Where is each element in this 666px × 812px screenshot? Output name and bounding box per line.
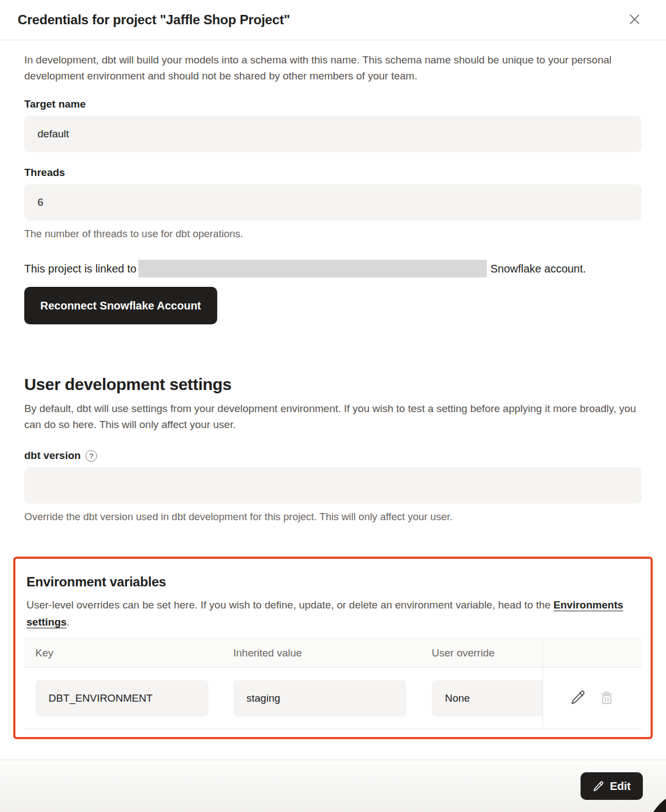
table-header-row: Key Inherited value User override (24, 639, 642, 667)
environment-variables-section: Environment variables User-level overrid… (13, 557, 653, 739)
env-vars-description: User-level overrides can be set here. If… (24, 596, 642, 631)
column-header-key: Key (24, 647, 222, 659)
edit-row-button[interactable] (570, 690, 586, 707)
dbt-version-help-text: Override the dbt version used in dbt dev… (24, 511, 642, 523)
trash-icon (599, 690, 614, 707)
column-header-inherited-value: Inherited value (222, 647, 421, 659)
modal-body: In development, dbt will build your mode… (0, 52, 666, 523)
target-name-field: default (24, 116, 642, 152)
table-row: DBT_ENVIRONMENT staging None (24, 667, 642, 729)
snowflake-text-after: Snowflake account. (490, 263, 586, 275)
user-dev-settings-heading: User development settings (24, 375, 642, 394)
threads-label: Threads (24, 167, 642, 179)
dbt-version-label: dbt version (24, 450, 80, 462)
env-var-override-value: None (432, 680, 543, 717)
close-icon (627, 12, 642, 28)
env-var-inherited-value: staging (233, 680, 406, 717)
threads-help-text: The number of threads to use for dbt ope… (24, 228, 642, 240)
pencil-icon (570, 690, 586, 707)
edit-pencil-icon (593, 781, 604, 792)
user-dev-settings-description: By default, dbt will use settings from y… (24, 400, 642, 432)
target-name-label: Target name (24, 98, 642, 110)
env-var-key-value: DBT_ENVIRONMENT (35, 680, 208, 717)
dbt-version-field (24, 467, 642, 504)
redacted-account-name (138, 260, 487, 277)
threads-field: 6 (24, 184, 642, 221)
close-button[interactable] (626, 12, 643, 28)
modal-title: Credentials for project "Jaffle Shop Pro… (18, 12, 290, 28)
table-column-divider (543, 639, 543, 729)
modal-footer: Edit (0, 760, 666, 812)
edit-button[interactable]: Edit (581, 772, 643, 800)
modal-header: Credentials for project "Jaffle Shop Pro… (0, 0, 666, 40)
env-vars-heading: Environment variables (24, 574, 642, 590)
schema-intro-text: In development, dbt will build your mode… (24, 52, 642, 84)
reconnect-snowflake-button[interactable]: Reconnect Snowflake Account (24, 287, 217, 324)
snowflake-text-before: This project is linked to (24, 263, 136, 275)
env-vars-desc-period: . (67, 616, 69, 628)
snowflake-linked-text: This project is linked toSnowflake accou… (24, 259, 642, 279)
column-header-user-override: User override (421, 647, 543, 659)
env-vars-desc-text: User-level overrides can be set here. If… (26, 599, 554, 611)
help-icon[interactable]: ? (85, 450, 97, 462)
env-vars-table: Key Inherited value User override DBT_EN… (24, 638, 642, 729)
corner-fab-button[interactable] (648, 792, 666, 812)
edit-button-label: Edit (610, 780, 631, 793)
delete-row-button[interactable] (599, 690, 614, 707)
